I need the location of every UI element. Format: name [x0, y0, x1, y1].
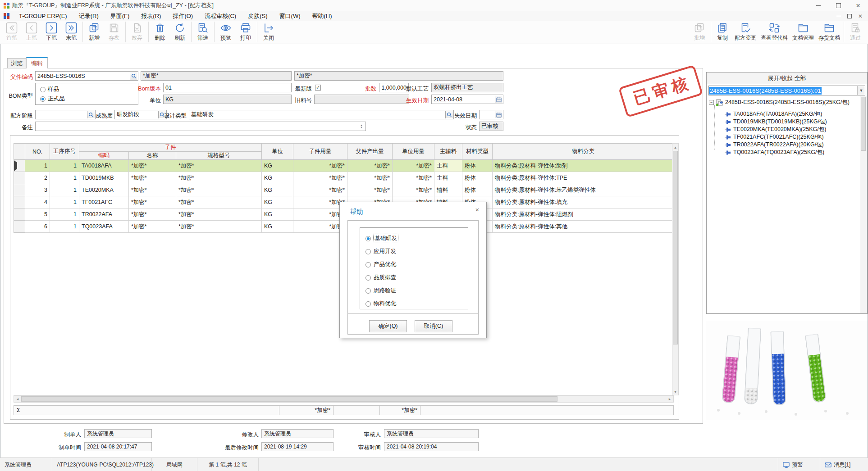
formula-stage-field[interactable]	[35, 110, 96, 119]
col-mat-type[interactable]: 材料类型	[462, 144, 493, 160]
tab-browse[interactable]: 浏览	[7, 58, 26, 68]
expire-date-calendar-button[interactable]	[495, 111, 503, 118]
expand-collapse-all-button[interactable]: 展开/收起 全部	[707, 72, 867, 84]
option-idea-verify[interactable]: 思路验证	[365, 284, 468, 297]
col-parent-qty[interactable]: 父件产出量	[347, 144, 393, 160]
document-manage-button[interactable]: 文档管理	[790, 21, 816, 43]
next-record-button[interactable]: 下笔	[41, 21, 61, 43]
col-no[interactable]: NO.	[25, 144, 50, 160]
menu-report[interactable]: 报表(R)	[135, 12, 167, 20]
menu-app[interactable]: T-GROUP ERP(E)	[13, 13, 73, 19]
tree-item[interactable]: TR0022AFA(TR0022AFA)(20KG/包)	[725, 141, 824, 149]
col-main-aux[interactable]: 主辅料	[434, 144, 462, 160]
dialog-ok-button[interactable]: 确定(Q)	[369, 320, 407, 332]
combo-dropdown-icon[interactable]: ▼	[857, 86, 865, 95]
option-product-opt[interactable]: 产品优化	[365, 258, 468, 271]
refresh-button[interactable]: 刷新	[170, 21, 190, 43]
delete-button[interactable]: 删除	[150, 21, 170, 43]
print-button[interactable]: 打印	[236, 21, 256, 43]
bom-tree-panel: 展开/收起 全部 2485B-ESS-0016S(2485B-ESS-0016S…	[706, 72, 868, 314]
bom-version-combo[interactable]: 2485B-ESS-0016S(2485B-ESS-0016S):01 ▼	[708, 86, 865, 95]
maturity-field[interactable]: 研发阶段	[114, 110, 167, 119]
effective-date-calendar-button[interactable]	[495, 95, 503, 103]
last-record-button[interactable]: 末笔	[61, 21, 81, 43]
design-type-field[interactable]: 基础研发	[189, 110, 454, 119]
formula-change-button[interactable]: 配方变更	[732, 21, 758, 43]
tree-vscroll-thumb[interactable]	[861, 97, 866, 151]
status-alert-button[interactable]: 预警	[778, 458, 820, 471]
copy-button[interactable]: 复制	[713, 21, 732, 43]
grid-vscrollbar[interactable]: ▴ ▾	[672, 143, 679, 395]
parent-code-lookup-button[interactable]	[130, 72, 137, 80]
dialog-close-button[interactable]: ×	[473, 206, 482, 213]
scroll-left-icon[interactable]: ◂	[14, 396, 21, 402]
child-minimize-icon[interactable]	[836, 16, 841, 16]
expire-date-field[interactable]	[479, 110, 503, 119]
col-name[interactable]: 名称	[129, 152, 176, 160]
grid-row-3[interactable]: 31 TE0020MKA*加密**加密* KG*加密* *加密**加密* 辅料粉…	[14, 184, 674, 196]
menu-help[interactable]: 帮助(H)	[306, 12, 338, 20]
tree-root-item[interactable]: − 2485B-ESS-0016S(2485B-ESS-0016S)(25KG/…	[709, 99, 850, 106]
tab-edit[interactable]: 编辑	[26, 57, 48, 68]
bom-type-option-sample[interactable]: 样品	[40, 86, 59, 93]
menu-record[interactable]: 记录(R)	[73, 12, 105, 20]
inventory-doc-button[interactable]: 存货文档	[816, 21, 842, 43]
option-quality-check[interactable]: 品质排查	[365, 271, 468, 284]
tree-item[interactable]: TD0019MKB(TD0019MKB)(25KG/包)	[725, 118, 827, 126]
vscroll-thumb[interactable]	[673, 151, 678, 344]
collapse-icon[interactable]: −	[709, 100, 714, 105]
grid-row-1[interactable]: 11 TA0018AFA*加密**加密* KG*加密* *加密**加密* 主料粉…	[14, 160, 674, 172]
option-basic-rd[interactable]: 基础研发	[365, 232, 468, 245]
col-classification[interactable]: 物料分类	[493, 144, 674, 160]
window-title: 顺景『T-GROUP』制造业ERP系统 - 广东顺景软件科技有限公司_ZY - …	[12, 2, 214, 9]
col-seq[interactable]: 工序序号	[50, 144, 79, 160]
scroll-down-icon[interactable]: ▾	[672, 389, 678, 394]
minimize-button[interactable]	[809, 0, 828, 11]
menu-window[interactable]: 窗口(W)	[274, 12, 306, 20]
grid-hscrollbar[interactable]: ◂ ▸	[14, 395, 674, 403]
child-close-icon[interactable]: ✕	[858, 13, 863, 19]
child-restore-icon[interactable]	[847, 14, 852, 18]
menu-interface[interactable]: 界面(F)	[105, 12, 136, 20]
parent-code-field[interactable]: 2485B-ESS-0016S	[35, 71, 138, 81]
close-button[interactable]: ✕	[848, 0, 868, 11]
col-spec[interactable]: 规格型号	[176, 152, 262, 160]
option-material-opt[interactable]: 物料优化	[365, 297, 468, 310]
add-button[interactable]: 新增	[84, 21, 104, 43]
remark-spinner[interactable]: ▲▼	[358, 122, 365, 130]
col-child-qty[interactable]: 子件用量	[293, 144, 347, 160]
latest-version-checkbox[interactable]: ✓	[315, 85, 321, 91]
hscroll-thumb[interactable]	[21, 396, 557, 402]
tree-item[interactable]: TF0021AFC(TF0021AFC)(25KG/包)	[725, 133, 824, 141]
bom-type-option-official[interactable]: 正式品	[40, 95, 65, 103]
restore-button[interactable]	[828, 0, 848, 11]
design-type-lookup-button[interactable]	[445, 111, 453, 118]
col-unit[interactable]: 单位	[262, 144, 293, 160]
col-child-group[interactable]: 子件	[79, 144, 262, 152]
effective-date-field[interactable]: 2021-04-08	[431, 95, 503, 104]
filter-button[interactable]: 筛选	[193, 21, 213, 43]
col-code[interactable]: 编码	[79, 152, 129, 160]
menu-operate[interactable]: 操作(O)	[167, 12, 199, 20]
option-app-dev[interactable]: 应用开发	[365, 245, 468, 258]
scroll-right-icon[interactable]: ▸	[667, 396, 673, 402]
grid-row-2[interactable]: 21 TD0019MKB*加密**加密* KG*加密* *加密**加密* 主料粉…	[14, 172, 674, 184]
col-unit-qty[interactable]: 单位用量	[393, 144, 434, 160]
view-substitute-button[interactable]: 查看替代料	[758, 21, 790, 43]
menu-workflow[interactable]: 流程审核(C)	[199, 12, 242, 20]
close-form-button[interactable]: 关闭	[259, 21, 279, 43]
radio-off-icon	[365, 301, 371, 307]
scroll-up-icon[interactable]: ▴	[672, 144, 678, 150]
remark-field[interactable]: ▲▼	[35, 122, 366, 131]
bom-version-field[interactable]: 01	[163, 83, 292, 92]
default-process-field: 双螺杆挤出工艺	[431, 83, 503, 92]
menu-skin[interactable]: 皮肤(S)	[242, 12, 273, 20]
tree-item[interactable]: TE0020MKA(TE0020MKA)(25KG/包)	[725, 126, 826, 133]
tree-item[interactable]: TQ0023AFA(TQ0023AFA)(25KG/包)	[725, 149, 824, 156]
delete-icon	[154, 22, 166, 34]
status-message-button[interactable]: 消息[1]	[820, 458, 868, 471]
tree-vscrollbar[interactable]	[860, 96, 867, 313]
dialog-cancel-button[interactable]: 取消(C)	[415, 320, 452, 332]
preview-button[interactable]: 预览	[216, 21, 236, 43]
tree-item[interactable]: TA0018AFA(TA0018AFA)(25KG/包)	[725, 110, 822, 118]
